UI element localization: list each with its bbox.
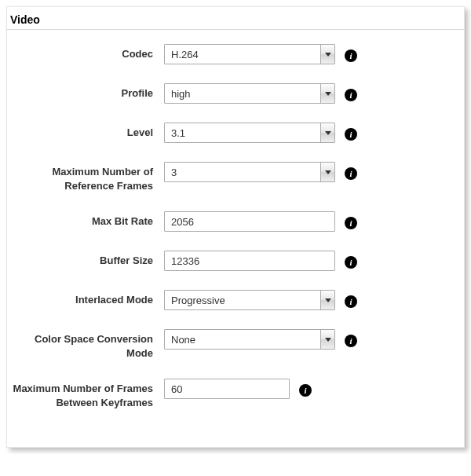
buffer_size-input[interactable]	[164, 251, 335, 271]
svg-marker-5	[325, 338, 331, 342]
colorspace-select-value: None	[165, 334, 320, 346]
buffer_size-field: i	[164, 251, 357, 271]
svg-marker-4	[325, 298, 331, 302]
codec-select-value: H.264	[165, 49, 320, 60]
chevron-down-icon[interactable]	[320, 163, 334, 181]
keyframes-info-icon[interactable]: i	[299, 384, 312, 397]
chevron-down-icon[interactable]	[320, 123, 334, 142]
max_bitrate-info-icon[interactable]: i	[345, 217, 357, 229]
form-row-interlaced: Interlaced ModeProgressivei	[7, 290, 464, 310]
form-row-colorspace: Color Space Conversion ModeNonei	[7, 329, 464, 360]
max_bitrate-input[interactable]	[164, 211, 335, 232]
keyframes-input[interactable]	[164, 379, 290, 399]
level-select-value: 3.1	[165, 127, 320, 139]
max_bitrate-field: i	[164, 211, 357, 232]
chevron-down-icon[interactable]	[320, 45, 334, 64]
svg-marker-1	[325, 92, 331, 96]
ref_frames-label: Maximum Number of Reference Frames	[7, 162, 164, 192]
form-row-codec: CodecH.264i	[7, 44, 464, 64]
profile-info-icon[interactable]: i	[345, 89, 357, 101]
codec-field: H.264i	[164, 44, 357, 64]
form-row-ref_frames: Maximum Number of Reference Frames3i	[7, 162, 464, 192]
profile-field: highi	[164, 83, 357, 104]
keyframes-field: i	[164, 379, 312, 399]
max_bitrate-label: Max Bit Rate	[7, 211, 164, 229]
level-info-icon[interactable]: i	[345, 128, 357, 141]
ref_frames-select-value: 3	[165, 167, 320, 178]
chevron-down-icon[interactable]	[320, 330, 334, 349]
svg-marker-2	[325, 131, 331, 135]
colorspace-select[interactable]: None	[164, 329, 335, 350]
colorspace-label: Color Space Conversion Mode	[7, 329, 164, 360]
chevron-down-icon[interactable]	[320, 84, 334, 103]
profile-select[interactable]: high	[164, 83, 335, 104]
form-row-keyframes: Maximum Number of Frames Between Keyfram…	[7, 379, 464, 409]
form-row-buffer_size: Buffer Sizei	[7, 251, 464, 271]
buffer_size-info-icon[interactable]: i	[345, 256, 357, 269]
svg-marker-3	[325, 170, 331, 174]
profile-label: Profile	[7, 83, 164, 101]
interlaced-info-icon[interactable]: i	[345, 295, 357, 308]
video-settings-panel: Video CodecH.264iProfilehighiLevel3.1iMa…	[6, 6, 465, 448]
ref_frames-info-icon[interactable]: i	[345, 167, 357, 180]
ref_frames-field: 3i	[164, 162, 357, 182]
codec-select[interactable]: H.264	[164, 44, 335, 64]
interlaced-select-value: Progressive	[165, 295, 320, 306]
svg-marker-0	[325, 53, 331, 57]
form-row-profile: Profilehighi	[7, 83, 464, 104]
form-row-level: Level3.1i	[7, 123, 464, 143]
colorspace-field: Nonei	[164, 329, 357, 350]
buffer_size-label: Buffer Size	[7, 251, 164, 268]
interlaced-field: Progressivei	[164, 290, 357, 310]
level-select[interactable]: 3.1	[164, 123, 335, 143]
level-field: 3.1i	[164, 123, 357, 143]
level-label: Level	[7, 123, 164, 140]
codec-info-icon[interactable]: i	[345, 49, 357, 62]
profile-select-value: high	[165, 88, 320, 100]
ref_frames-select[interactable]: 3	[164, 162, 335, 182]
chevron-down-icon[interactable]	[320, 291, 334, 309]
rows-container: CodecH.264iProfilehighiLevel3.1iMaximum …	[7, 44, 464, 409]
keyframes-label: Maximum Number of Frames Between Keyfram…	[7, 379, 164, 409]
colorspace-info-icon[interactable]: i	[345, 335, 357, 347]
interlaced-select[interactable]: Progressive	[164, 290, 335, 310]
form-row-max_bitrate: Max Bit Ratei	[7, 211, 464, 232]
interlaced-label: Interlaced Mode	[7, 290, 164, 307]
codec-label: Codec	[7, 44, 164, 61]
section-title: Video	[7, 7, 464, 30]
